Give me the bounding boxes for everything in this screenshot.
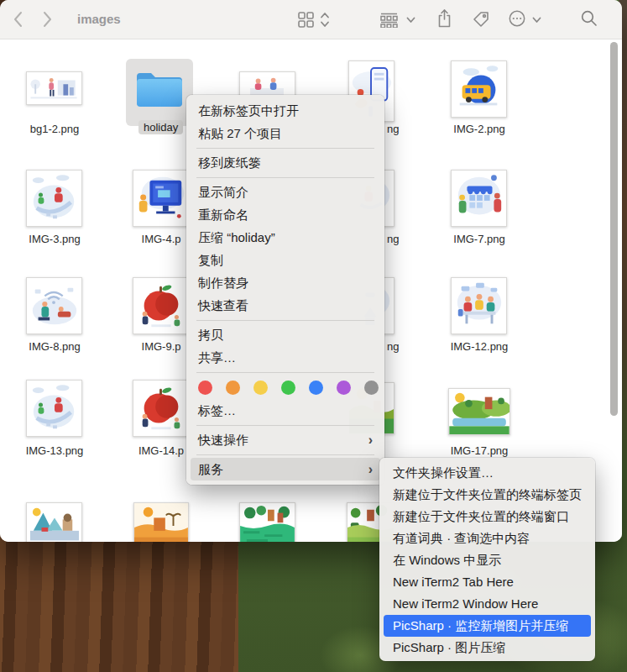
context-menu: 在新标签页中打开 粘贴 27 个项目 移到废纸篓 显示简介 重新命名 压缩 “h…: [186, 95, 384, 485]
menu-item-compress[interactable]: 压缩 “holiday”: [186, 226, 384, 249]
tag-color-purple[interactable]: [337, 381, 351, 395]
back-button[interactable]: [13, 11, 24, 28]
menu-item-open-new-tab[interactable]: 在新标签页中打开: [186, 99, 384, 122]
menu-item-rename[interactable]: 重新命名: [186, 203, 384, 226]
file-label[interactable]: IMG-3.png: [8, 233, 101, 245]
file-img-13[interactable]: [26, 380, 82, 437]
menu-item-quick-look[interactable]: 快速查看: [186, 294, 384, 317]
file-img-8[interactable]: [26, 277, 82, 334]
file-label-fragment[interactable]: ng: [387, 340, 399, 353]
tag-color-green[interactable]: [281, 381, 295, 395]
submenu-item-new-terminal-window[interactable]: 新建位于文件夹位置的终端窗口: [379, 506, 595, 528]
file-img-9[interactable]: [133, 277, 189, 334]
file-label-fragment[interactable]: ng: [387, 233, 399, 245]
menu-item-paste-items[interactable]: 粘贴 27 个项目: [186, 122, 384, 144]
menu-separator: [196, 425, 374, 426]
file-label[interactable]: IMG-17.png: [433, 444, 525, 457]
tag-color-yellow[interactable]: [253, 381, 268, 395]
menu-item-share[interactable]: 共享…: [186, 346, 384, 369]
menu-item-services[interactable]: 服务›: [191, 458, 380, 480]
submenu-item-folder-actions-setup[interactable]: 文件夹操作设置…: [379, 462, 595, 484]
file-label[interactable]: IMG-12.png: [433, 340, 525, 353]
tag-icon[interactable]: [472, 10, 490, 29]
file-img-17[interactable]: [448, 388, 510, 435]
menu-item-tags[interactable]: 标签…: [186, 399, 384, 422]
folder-icon[interactable]: [134, 68, 185, 113]
file-label[interactable]: IMG-8.png: [8, 340, 101, 353]
group-items-icon[interactable]: [379, 13, 399, 28]
menu-separator: [196, 372, 374, 373]
scrollbar-thumb[interactable]: [610, 42, 618, 416]
group-chevron-down-icon[interactable]: [406, 17, 415, 24]
submenu-item-new-iterm2-tab[interactable]: New iTerm2 Tab Here: [379, 571, 595, 593]
menu-item-make-alias[interactable]: 制作替身: [186, 271, 384, 294]
submenu-item-new-terminal-tab[interactable]: 新建位于文件夹位置的终端标签页: [379, 484, 595, 506]
file-img-14[interactable]: [133, 380, 189, 437]
menu-separator: [196, 320, 374, 321]
more-chevron-down-icon[interactable]: [532, 17, 541, 24]
file-bg1-2[interactable]: [26, 71, 82, 105]
menu-item-move-to-trash[interactable]: 移到废纸篓: [186, 151, 384, 174]
tag-color-row: [186, 375, 384, 399]
file-img-2[interactable]: [451, 60, 507, 118]
tag-color-red[interactable]: [198, 381, 212, 395]
view-updown-chevrons-icon[interactable]: [320, 12, 330, 28]
menu-item-get-info[interactable]: 显示简介: [186, 181, 384, 203]
menu-separator: [196, 454, 374, 455]
window-title: images: [77, 12, 121, 26]
menu-item-duplicate[interactable]: 复制: [186, 249, 384, 271]
menu-item-copy[interactable]: 拷贝: [186, 323, 384, 346]
services-submenu: 文件夹操作设置… 新建位于文件夹位置的终端标签页 新建位于文件夹位置的终端窗口 …: [379, 458, 595, 661]
submenu-chevron-icon: ›: [368, 458, 373, 480]
tag-color-blue[interactable]: [309, 381, 323, 395]
file-thumbnail-partial[interactable]: [133, 502, 189, 542]
finder-toolbar: images: [0, 0, 622, 39]
submenu-item-show-in-windows[interactable]: 在 Windows 中显示: [379, 549, 595, 571]
file-thumbnail-partial[interactable]: [239, 502, 295, 542]
submenu-item-youdao-lookup[interactable]: 有道词典 · 查询选中内容: [379, 528, 595, 549]
file-img-3[interactable]: [26, 170, 82, 227]
file-label[interactable]: bg1-2.png: [8, 123, 101, 135]
file-img-4[interactable]: [133, 170, 189, 227]
file-thumbnail-partial[interactable]: [26, 502, 82, 542]
tag-color-orange[interactable]: [226, 381, 240, 395]
submenu-item-picsharp-compress[interactable]: PicSharp · 图片压缩: [379, 637, 595, 659]
submenu-item-new-iterm2-window[interactable]: New iTerm2 Window Here: [379, 593, 595, 615]
submenu-item-picsharp-watch-compress[interactable]: PicSharp · 监控新增图片并压缩: [384, 615, 591, 637]
menu-separator: [196, 148, 374, 149]
folder-name-pill[interactable]: holiday: [138, 120, 183, 134]
menu-item-quick-actions[interactable]: 快速操作›: [186, 428, 384, 451]
share-icon[interactable]: [436, 8, 452, 29]
file-label[interactable]: IMG-7.png: [433, 233, 525, 245]
tag-color-gray[interactable]: [364, 381, 379, 395]
more-actions-icon[interactable]: [508, 9, 526, 28]
file-label[interactable]: IMG-13.png: [8, 444, 101, 457]
file-img-7[interactable]: [451, 170, 507, 227]
file-label-fragment[interactable]: ng: [387, 123, 399, 135]
search-icon[interactable]: [580, 9, 598, 28]
file-img-12[interactable]: [451, 277, 507, 334]
forward-button[interactable]: [42, 11, 52, 28]
view-grid-icon[interactable]: [298, 12, 314, 28]
submenu-chevron-icon: ›: [368, 428, 373, 451]
menu-separator: [196, 177, 374, 178]
file-label[interactable]: IMG-2.png: [433, 123, 525, 135]
